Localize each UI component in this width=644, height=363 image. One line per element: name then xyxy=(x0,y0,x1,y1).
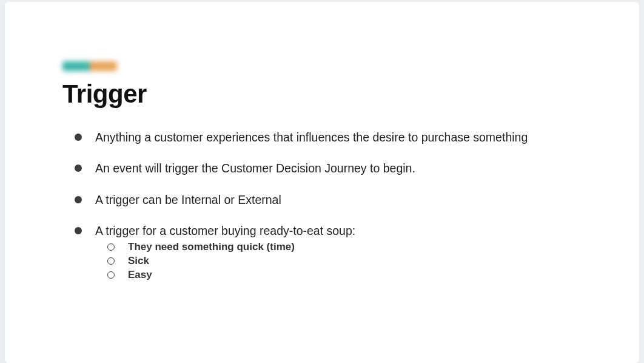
list-item: Anything a customer experiences that inf… xyxy=(75,129,582,146)
logo-blur xyxy=(62,61,117,71)
bullet-text: A trigger can be Internal or External xyxy=(95,193,281,206)
sub-bullet-text: Easy xyxy=(128,269,152,280)
bullet-text: An event will trigger the Customer Decis… xyxy=(95,161,415,175)
sub-list-item: Easy xyxy=(107,268,582,282)
sub-bullet-text: They need something quick (time) xyxy=(128,241,295,253)
slide-content: Trigger Anything a customer experiences … xyxy=(5,31,639,282)
bullet-list: Anything a customer experiences that inf… xyxy=(62,129,582,282)
list-item: A trigger can be Internal or External xyxy=(75,192,582,208)
bullet-text: A trigger for a customer buying ready-to… xyxy=(95,224,355,237)
sub-bullet-text: Sick xyxy=(128,255,149,266)
list-item: An event will trigger the Customer Decis… xyxy=(75,160,582,177)
list-item: A trigger for a customer buying ready-to… xyxy=(75,223,582,282)
sub-list-item: They need something quick (time) xyxy=(107,240,582,254)
bullet-text: Anything a customer experiences that inf… xyxy=(95,131,528,144)
slide-title: Trigger xyxy=(62,80,582,109)
slide-page: Trigger Anything a customer experiences … xyxy=(5,2,639,363)
sub-bullet-list: They need something quick (time) Sick Ea… xyxy=(95,240,582,282)
sub-list-item: Sick xyxy=(107,254,582,268)
